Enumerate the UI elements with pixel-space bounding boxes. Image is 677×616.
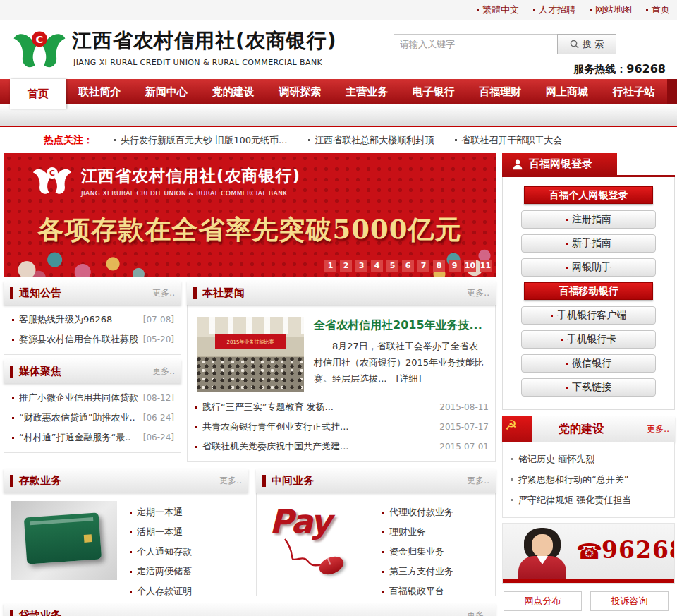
bullet-icon [533, 9, 535, 11]
mobile-bank-client-button[interactable]: 手机银行客户端 [521, 306, 656, 325]
party-emblem-icon: ☭ [502, 416, 532, 442]
nav-item-ebank[interactable]: 电子银行 [400, 79, 467, 104]
nav-item-branch-sites[interactable]: 行社子站 [600, 79, 667, 104]
pager-dot[interactable]: 7 [417, 260, 429, 272]
mobile-bank-card-button[interactable]: 手机银行卡 [521, 330, 656, 349]
nav-item-baifu-wealth[interactable]: 百福理财 [467, 79, 534, 104]
hero-banner[interactable]: C 江西省农村信用社(农商银行) JIANG XI RURAL CREDIT U… [4, 153, 496, 277]
news-photo[interactable]: 2015年业务技能比赛 [197, 317, 304, 392]
list-item[interactable]: 百福银政平台 [381, 581, 488, 601]
list-item[interactable]: 推广小微企业信用共同体贷款[08-12] [11, 388, 174, 408]
list-item[interactable]: 理财业务 [381, 522, 488, 542]
pager-dot[interactable]: 11 [480, 260, 492, 272]
media-list: 推广小微企业信用共同体贷款[08-12] “财政惠农信贷通”助推农业..[06-… [4, 383, 181, 453]
intermediate-more-link[interactable]: 更多.. [467, 475, 489, 487]
list-item[interactable]: 共青农商银行青年创业支行正式挂...2015-07-17 [194, 417, 489, 437]
photo-crowd [197, 357, 304, 392]
complaint-consult-button[interactable]: 投诉咨询 [590, 591, 669, 611]
party-panel-title: 党的建设 [559, 422, 604, 437]
list-item[interactable]: 省联社机关党委庆祝中国共产党建...2015-07-01 [194, 437, 489, 457]
bullet-icon [566, 219, 568, 221]
toplink-home[interactable]: 首页 [646, 4, 670, 16]
list-item[interactable]: 践行“三严三实”专题教育 发扬...2015-08-11 [194, 397, 489, 417]
bullet-icon [566, 387, 568, 389]
news-more-link[interactable]: 更多.. [467, 287, 489, 299]
hot-topic-link[interactable]: 江西省联社总部大楼顺利封顶 [308, 134, 434, 147]
list-item[interactable]: 定期一本通 [128, 502, 240, 522]
button-label: 微信银行 [572, 357, 611, 370]
list-item[interactable]: 第三方支付业务 [381, 562, 488, 581]
service-red-bar [503, 579, 674, 583]
nav-item-party-building[interactable]: 党的建设 [200, 79, 267, 104]
nav-item-home[interactable]: 首页 [10, 79, 66, 109]
nav-item-main-business[interactable]: 主营业务 [334, 79, 401, 104]
list-item[interactable]: 个人通知存款 [128, 542, 240, 562]
list-item[interactable]: 代理收付款业务 [381, 502, 488, 522]
intermediate-title: 中间业务 [272, 474, 314, 488]
toplink-recruit[interactable]: 人才招聘 [533, 4, 575, 16]
wechat-bank-button[interactable]: 微信银行 [521, 354, 656, 373]
bullet-icon [114, 139, 116, 141]
item-date: [06-24] [139, 413, 174, 423]
agent-face [532, 534, 553, 557]
pager-dot[interactable]: 5 [386, 260, 398, 272]
ebank-assistant-button[interactable]: 网银助手 [521, 258, 656, 277]
bullet-icon [566, 243, 568, 245]
pager-dot[interactable]: 4 [371, 260, 383, 272]
list-item[interactable]: 活期一本通 [128, 522, 240, 542]
party-more-link[interactable]: 更多.. [647, 423, 675, 435]
pager-dot[interactable]: 9 [449, 260, 461, 272]
media-more-link[interactable]: 更多.. [152, 366, 175, 378]
item-text: 第三方支付业务 [389, 565, 453, 578]
hot-topic-link[interactable]: 央行发行新版百元大钞 旧版100元纸币... [114, 134, 287, 147]
pager-dot[interactable]: 2 [340, 260, 352, 272]
customer-service-widget: ☎ 96268 [502, 523, 675, 584]
ebank-login-panel: 百福网银登录 百福个人网银登录 注册指南 新手指南 网银助手 百福移动银行 手机… [502, 153, 675, 410]
toplink-label: 网站地图 [595, 4, 632, 16]
item-text: 定期一本通 [137, 506, 183, 519]
list-item[interactable]: 铭记历史 缅怀先烈 [510, 449, 667, 469]
list-item[interactable]: “村村通”打通金融服务“最..[06-24] [11, 428, 174, 447]
list-item[interactable]: 拧紧思想和行动的“总开关” [510, 469, 667, 490]
personal-ebank-login-button[interactable]: 百福个人网银登录 [524, 186, 653, 204]
page: 繁體中文 人才招聘 网站地图 首页 C 江西省农村信用社(农商银行) JIANG… [0, 0, 677, 616]
bullet-icon [195, 446, 197, 448]
branch-locations-button[interactable]: 网点分布 [504, 591, 582, 611]
nav-item-news-center[interactable]: 新闻中心 [133, 79, 200, 104]
bullet-icon [511, 458, 513, 460]
pager-dot[interactable]: 3 [355, 260, 367, 272]
nav-item-online-mall[interactable]: 网上商城 [534, 79, 601, 104]
topbar: 繁體中文 人才招聘 网站地图 首页 [0, 0, 677, 20]
list-item[interactable]: 个人存款证明 [128, 581, 240, 601]
download-links-button[interactable]: 下载链接 [521, 378, 656, 397]
pager-dot[interactable]: 8 [433, 260, 445, 272]
nav-item-research[interactable]: 调研探索 [267, 79, 334, 104]
pager-dot[interactable]: 6 [402, 260, 414, 272]
featured-news-title[interactable]: 全省农村信用社2015年业务技... [314, 318, 486, 333]
beginner-guide-button[interactable]: 新手指南 [521, 234, 656, 253]
list-item[interactable]: 婺源县农村信用合作联社募股..[05-20] [11, 330, 174, 349]
nav-item-about[interactable]: 联社简介 [66, 79, 133, 104]
service-agent-photo [513, 528, 573, 580]
toplink-sitemap[interactable]: 网站地图 [590, 4, 632, 16]
deposit-more-link[interactable]: 更多.. [219, 475, 242, 487]
list-item[interactable]: 定活两便储蓄 [128, 562, 240, 581]
pager-dot[interactable]: 10 [464, 260, 476, 272]
detail-link[interactable]: [详细] [396, 373, 421, 384]
toplink-traditional-chinese[interactable]: 繁體中文 [477, 4, 519, 16]
list-item[interactable]: 客服热线升级为96268[07-08] [11, 310, 174, 330]
search-bar: 搜 索 [394, 34, 616, 54]
loan-more-link[interactable]: 更多.. [467, 610, 489, 616]
list-item[interactable]: 资金归集业务 [381, 542, 488, 562]
pager-dot[interactable]: 1 [324, 260, 336, 272]
mobile-bank-button[interactable]: 百福移动银行 [524, 282, 653, 300]
item-date: [05-20] [139, 334, 174, 344]
list-item[interactable]: 严守纪律规矩 强化责任担当 [510, 490, 667, 510]
search-button[interactable]: 搜 索 [557, 34, 616, 54]
search-input[interactable] [394, 34, 557, 54]
register-guide-button[interactable]: 注册指南 [521, 210, 656, 229]
hot-topic-link[interactable]: 省联社召开干部职工大会 [455, 134, 562, 147]
bullet-icon [646, 9, 648, 11]
notice-more-link[interactable]: 更多.. [152, 287, 175, 299]
list-item[interactable]: “财政惠农信贷通”助推农业..[06-24] [11, 408, 174, 428]
